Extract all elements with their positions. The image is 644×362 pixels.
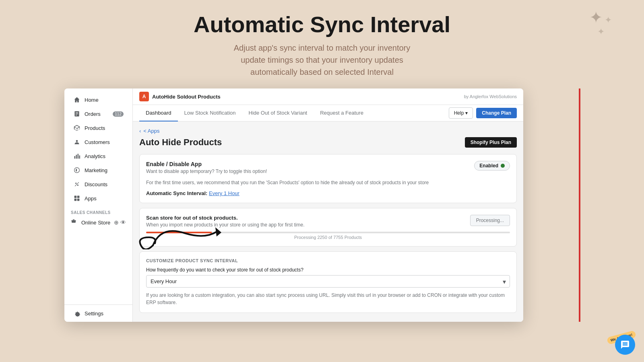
svg-rect-17 [73, 219, 74, 220]
select-wrapper: Every Hour Every 2 Hours Every 4 Hours E… [146, 275, 510, 288]
svg-point-11 [77, 185, 78, 186]
app-by-text: by Anglerfox WebSolutions [464, 94, 517, 99]
sync-label: Automatic Sync Interval: [146, 190, 207, 196]
shopify-plus-badge: Shopify Plus Plan [465, 137, 517, 148]
sidebar-label-home: Home [85, 97, 99, 103]
content-area[interactable]: ‹ < Apps Auto Hide Products Shopify Plus… [133, 121, 523, 322]
app-logo: A [139, 92, 149, 101]
online-store-eye-icon[interactable]: 👁 [120, 219, 126, 226]
progress-bar-fill [146, 232, 255, 233]
sidebar-label-orders: Orders [85, 111, 101, 117]
chat-icon [620, 340, 630, 350]
online-store-add-icon[interactable]: ⊕ [114, 219, 119, 226]
svg-rect-7 [78, 154, 78, 158]
tab-dashboard[interactable]: Dashboard [139, 105, 178, 121]
apps-icon [73, 195, 80, 202]
sync-value[interactable]: Every 1 Hour [209, 190, 239, 196]
tab-nav-left: Dashboard Low Stock Notification Hide Ou… [139, 105, 370, 121]
back-link-label: < Apps [143, 128, 159, 134]
sidebar-item-discounts[interactable]: Discounts [67, 177, 130, 191]
main-content: A AutoHide Soldout Products by Anglerfox… [133, 88, 523, 322]
scan-card: Scan store for out of stock products. Wh… [139, 208, 517, 247]
sidebar-item-customers[interactable]: Customers [67, 135, 130, 149]
scan-title: Scan store for out of stock products. [146, 215, 305, 221]
svg-rect-16 [77, 199, 80, 201]
sidebar-item-apps[interactable]: Apps [67, 191, 130, 205]
browser-window: Home Orders 112 Products Customers Ana [64, 88, 523, 322]
discounts-icon [73, 181, 80, 188]
enable-text: Enable / Disable App Want to disable app… [146, 161, 267, 174]
app-header-left: A AutoHide Soldout Products [139, 92, 221, 101]
enable-row: Enable / Disable App Want to disable app… [146, 161, 510, 174]
help-button[interactable]: Help ▾ [449, 107, 473, 119]
svg-rect-8 [79, 155, 80, 158]
change-plan-button[interactable]: Change Plan [476, 108, 517, 118]
enable-disable-card: Enable / Disable App Want to disable app… [139, 154, 517, 203]
customize-title: CUSTOMIZE PRODUCT SYNC INTERVAL [146, 258, 510, 263]
sidebar-label-customers: Customers [85, 139, 110, 145]
scan-row: Scan store for out of stock products. Wh… [146, 215, 510, 228]
info-text: For the first time users, we recommend t… [146, 179, 510, 186]
progress-container: Processing 2250 of 7755 Products [146, 232, 510, 240]
custom-url-text: If you are looking for a custom integrat… [146, 292, 510, 306]
tab-nav-right: Help ▾ Change Plan [449, 107, 517, 119]
analytics-icon [73, 152, 80, 160]
processing-button[interactable]: Processing... [470, 215, 510, 226]
settings-label: Settings [85, 311, 103, 317]
svg-rect-15 [74, 199, 77, 201]
frequency-label: How frequently do you want to check your… [146, 267, 510, 273]
sidebar-label-discounts: Discounts [85, 181, 107, 187]
status-dot [501, 164, 505, 168]
app-title: AutoHide Soldout Products [152, 94, 221, 100]
sidebar-item-products[interactable]: Products [67, 121, 130, 135]
red-border-bar [579, 88, 580, 322]
scan-text: Scan store for out of stock products. Wh… [146, 215, 305, 228]
progress-text: Processing 2250 of 7755 Products [146, 235, 510, 240]
sync-interval-row: Automatic Sync Interval: Every 1 Hour [146, 190, 510, 196]
app-header: A AutoHide Soldout Products by Anglerfox… [133, 88, 523, 105]
back-link[interactable]: ‹ < Apps [139, 128, 517, 134]
enabled-label: Enabled [479, 163, 498, 169]
svg-point-10 [75, 183, 76, 184]
progress-bar-bg [146, 232, 510, 233]
orders-icon [73, 110, 80, 117]
chat-widget[interactable] [615, 335, 635, 355]
main-heading: Automatic Sync Interval [8, 12, 636, 37]
sales-channels-label: SALES CHANNELS [64, 206, 132, 216]
customers-icon [73, 138, 80, 146]
sidebar-item-online-store[interactable]: Online Store ⊕ 👁 [64, 216, 132, 228]
sparkle-decoration: ✦ ✦ ✦ [589, 8, 612, 37]
sidebar-item-analytics[interactable]: Analytics [67, 149, 130, 163]
svg-rect-6 [76, 155, 77, 159]
home-icon [73, 96, 80, 103]
svg-point-4 [76, 140, 78, 142]
page-annotation: Automatic Sync Interval Adjust app's syn… [0, 0, 644, 86]
sidebar-item-orders[interactable]: Orders 112 [67, 107, 130, 121]
marketing-icon [73, 167, 80, 174]
products-icon [73, 124, 80, 132]
tab-hide-variant[interactable]: Hide Out of Stock Variant [242, 105, 314, 121]
tab-request-feature[interactable]: Request a Feature [314, 105, 370, 121]
orders-badge: 112 [113, 111, 124, 117]
sidebar-label-apps: Apps [85, 195, 97, 202]
sidebar-label-marketing: Marketing [85, 167, 107, 173]
chevron-down-icon: ▾ [465, 110, 468, 116]
svg-rect-13 [74, 196, 77, 198]
sparkle-small-icon: ✦ [605, 15, 612, 25]
sidebar-item-home[interactable]: Home [67, 93, 130, 107]
sidebar-item-marketing[interactable]: Marketing [67, 163, 130, 177]
sidebar: Home Orders 112 Products Customers Ana [64, 88, 133, 322]
sparkle-small-icon-2: ✦ [597, 27, 605, 37]
svg-rect-14 [77, 196, 80, 198]
enabled-badge[interactable]: Enabled [474, 161, 510, 171]
tab-navigation: Dashboard Low Stock Notification Hide Ou… [133, 105, 523, 121]
tab-low-stock[interactable]: Low Stock Notification [178, 105, 242, 121]
customize-card: CUSTOMIZE PRODUCT SYNC INTERVAL How freq… [139, 251, 517, 313]
enable-desc: Want to disable app temporary? Try to to… [146, 169, 267, 174]
sparkle-large-icon: ✦ [589, 8, 603, 27]
settings-icon [73, 310, 80, 317]
svg-rect-5 [74, 156, 75, 158]
frequency-select[interactable]: Every Hour Every 2 Hours Every 4 Hours E… [146, 275, 510, 288]
online-store-label: Online Store [81, 220, 110, 226]
page-header-row: Auto Hide Products Shopify Plus Plan [139, 137, 517, 148]
